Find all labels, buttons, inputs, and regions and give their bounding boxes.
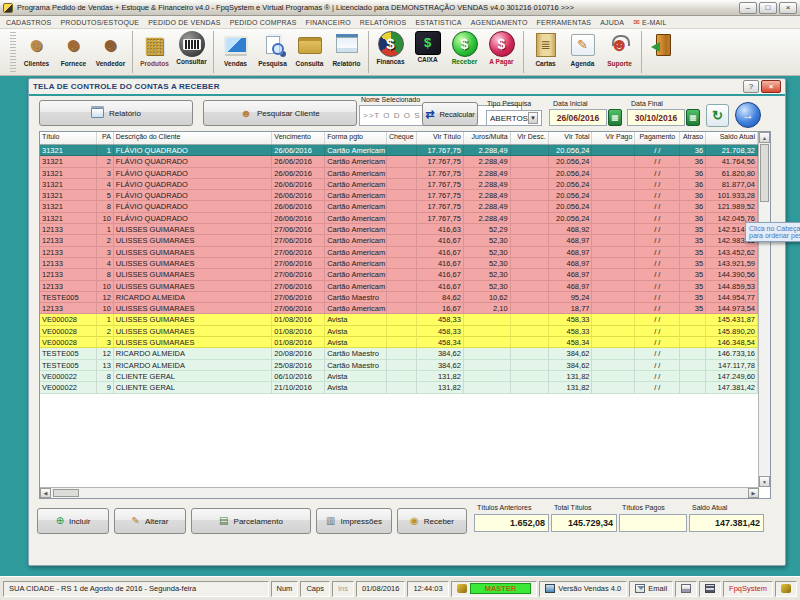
incluir-button[interactable]: ⊕Incluir: [37, 508, 109, 534]
menu-ferramentas[interactable]: FERRAMENTAS: [537, 19, 592, 26]
toolbar-receber[interactable]: Receber: [446, 29, 483, 75]
table-row[interactable]: 313218FLÁVIO QUADRADO26/06/2016Cartão Am…: [40, 201, 758, 212]
scroll-up-icon[interactable]: ▲: [759, 132, 770, 143]
column-header-vlr-total[interactable]: Vlr Total: [549, 132, 593, 144]
printer-shortcut[interactable]: [675, 581, 697, 597]
table-row[interactable]: VE0000229CLIENTE GERAL21/10/2016Avista13…: [40, 382, 758, 393]
toolbar-consulta[interactable]: Consulta: [291, 29, 328, 75]
key-shortcut[interactable]: [775, 581, 797, 597]
data-final-input[interactable]: 30/10/2016: [627, 109, 685, 126]
toolbar-suporte[interactable]: Suporte: [601, 29, 638, 75]
menu-agendamento[interactable]: AGENDAMENTO: [471, 19, 528, 26]
table-row[interactable]: VE0000228CLIENTE GERAL06/10/2016Avista13…: [40, 371, 758, 382]
table-row[interactable]: 121338ULISSES GUIMARAES27/06/2016Cartão …: [40, 269, 758, 280]
grid-horizontal-scrollbar[interactable]: ◀ ▶: [40, 487, 759, 498]
email-shortcut[interactable]: Email: [629, 581, 673, 597]
close-button[interactable]: [779, 2, 797, 14]
menu-produtos-estoque[interactable]: PRODUTOS/ESTOQUE: [60, 19, 139, 26]
table-row[interactable]: TESTE00513RICARDO ALMEIDA25/08/2016Cartã…: [40, 360, 758, 371]
maximize-button[interactable]: [759, 2, 777, 14]
window-titlebar[interactable]: Programa Pedido de Vendas + Estoque & Fi…: [0, 0, 800, 16]
calendar-icon[interactable]: [608, 109, 622, 126]
table-row[interactable]: 121334ULISSES GUIMARAES27/06/2016Cartão …: [40, 258, 758, 269]
alterar-button[interactable]: ✎Alterar: [114, 508, 186, 534]
parcelamento-button[interactable]: ▤Parcelamento: [191, 508, 311, 534]
receber-button[interactable]: ◉Receber: [397, 508, 467, 534]
table-row[interactable]: 313211FLÁVIO QUADRADO26/06/2016Cartão Am…: [40, 145, 758, 156]
toolbar-cartas[interactable]: Cartas: [527, 29, 564, 75]
column-header-juros-multa[interactable]: Juros/Multa: [464, 132, 511, 144]
data-inicial-input[interactable]: 26/06/2016: [549, 109, 607, 126]
tipo-pesquisa-select[interactable]: ABERTOS ▼: [486, 110, 542, 126]
toolbar-relat-rio[interactable]: Relatório: [328, 29, 365, 75]
scroll-down-icon[interactable]: ▼: [759, 476, 770, 487]
toolbar-a-pagar[interactable]: A Pagar: [483, 29, 520, 75]
impress-es-button[interactable]: ▥Impressões: [316, 508, 392, 534]
relatorio-button[interactable]: Relatório: [39, 100, 193, 126]
menu-pedido-compras[interactable]: PEDIDO COMPRAS: [230, 19, 297, 26]
menu-pedido-de-vendas[interactable]: PEDIDO DE VENDAS: [148, 19, 220, 26]
menu-ajuda[interactable]: AJUDA: [600, 19, 624, 26]
table-row[interactable]: 1213310ULISSES GUIMARAES27/06/2016Cartão…: [40, 303, 758, 314]
table-row[interactable]: 121332ULISSES GUIMARAES27/06/2016Cartão …: [40, 235, 758, 246]
toolbar-fornece[interactable]: Fornece: [55, 29, 92, 75]
table-row[interactable]: 313215FLÁVIO QUADRADO26/06/2016Cartão Am…: [40, 190, 758, 201]
table-row[interactable]: VE0000281ULISSES GUIMARAES01/08/2016Avis…: [40, 314, 758, 325]
toolbar-drag-handle[interactable]: [10, 32, 16, 72]
table-row[interactable]: TESTE00512RICARDO ALMEIDA27/06/2016Cartã…: [40, 292, 758, 303]
column-header-pa[interactable]: PA: [97, 132, 114, 144]
go-arrow-button[interactable]: [735, 102, 761, 128]
menu-financeiro[interactable]: FINANCEIRO: [306, 19, 351, 26]
column-header-forma-pgto[interactable]: Forma pgto: [325, 132, 387, 144]
scroll-thumb[interactable]: [53, 489, 79, 497]
column-header-pagamento[interactable]: Pagamento: [635, 132, 680, 144]
table-row[interactable]: 121331ULISSES GUIMARAES27/06/2016Cartão …: [40, 224, 758, 235]
table-row[interactable]: 121333ULISSES GUIMARAES27/06/2016Cartão …: [40, 247, 758, 258]
toolbar-vendas[interactable]: Vendas: [217, 29, 254, 75]
table-row[interactable]: VE0000282ULISSES GUIMARAES01/08/2016Avis…: [40, 326, 758, 337]
panel-close-button[interactable]: [761, 80, 781, 93]
column-header-atraso[interactable]: Atraso: [680, 132, 706, 144]
toolbar-pesquisa[interactable]: Pesquisa: [254, 29, 291, 75]
table-row[interactable]: TESTE00512RICARDO ALMEIDA20/08/2016Cartã…: [40, 348, 758, 359]
column-header-vlr-pago[interactable]: Vlr Pago: [592, 132, 635, 144]
table-row[interactable]: 313214FLÁVIO QUADRADO26/06/2016Cartão Am…: [40, 179, 758, 190]
menu-email[interactable]: ✉E-MAIL: [633, 18, 666, 27]
table-cell: [680, 371, 706, 382]
column-header-t-tulo[interactable]: Título: [40, 132, 97, 144]
table-row[interactable]: VE0000283ULISSES GUIMARAES01/08/2016Avis…: [40, 337, 758, 348]
column-header-saldo-atual[interactable]: Saldo Atual: [706, 132, 758, 144]
scroll-right-icon[interactable]: ▶: [748, 488, 759, 498]
scroll-thumb[interactable]: [760, 144, 769, 202]
toolbar-consultar[interactable]: Consultar: [173, 29, 210, 75]
panel-help-button[interactable]: [743, 80, 759, 93]
table-cell: 1: [97, 224, 114, 235]
pesquisar-cliente-button[interactable]: ☻ Pesquisar Cliente: [203, 100, 357, 126]
column-header-cheque[interactable]: Cheque: [387, 132, 417, 144]
toolbar-financas[interactable]: Financas: [372, 29, 409, 75]
minimize-button[interactable]: [739, 2, 757, 14]
menu-cadastros[interactable]: CADASTROS: [6, 19, 51, 26]
table-row[interactable]: 313213FLÁVIO QUADRADO26/06/2016Cartão Am…: [40, 168, 758, 179]
refresh-button[interactable]: [706, 104, 729, 127]
column-header-vencimento[interactable]: Vencimento: [272, 132, 325, 144]
table-row[interactable]: 313212FLÁVIO QUADRADO26/06/2016Cartão Am…: [40, 156, 758, 167]
table-row[interactable]: 1213310ULISSES GUIMARAES27/06/2016Cartão…: [40, 281, 758, 292]
menu-relat-rios[interactable]: RELATÓRIOS: [360, 19, 407, 26]
column-header-descri-o-do-cliente[interactable]: Descrição do Cliente: [114, 132, 273, 144]
toolbar-agenda[interactable]: Agenda: [564, 29, 601, 75]
network-shortcut[interactable]: [699, 581, 721, 597]
scroll-left-icon[interactable]: ◀: [40, 488, 51, 498]
grid-vertical-scrollbar[interactable]: ▲ ▼: [758, 132, 770, 487]
column-header-vlr-desc[interactable]: Vlr Desc.: [511, 132, 549, 144]
menu-estatistica[interactable]: ESTATISTICA: [415, 19, 461, 26]
toolbar-vendedor[interactable]: Vendedor: [92, 29, 129, 75]
toolbar-clientes[interactable]: Clientes: [18, 29, 55, 75]
calendar-icon[interactable]: [686, 109, 700, 126]
column-header-vlr-t-tulo[interactable]: Vlr Título: [417, 132, 464, 144]
toolbar-produtos[interactable]: Produtos: [136, 29, 173, 75]
table-row[interactable]: 3132110FLÁVIO QUADRADO26/06/2016Cartão A…: [40, 213, 758, 224]
recalcular-button[interactable]: ⇄ Recalcular: [422, 102, 478, 126]
toolbar-caixa[interactable]: CAIXA: [409, 29, 446, 75]
toolbar-exit-icon[interactable]: [645, 29, 682, 75]
